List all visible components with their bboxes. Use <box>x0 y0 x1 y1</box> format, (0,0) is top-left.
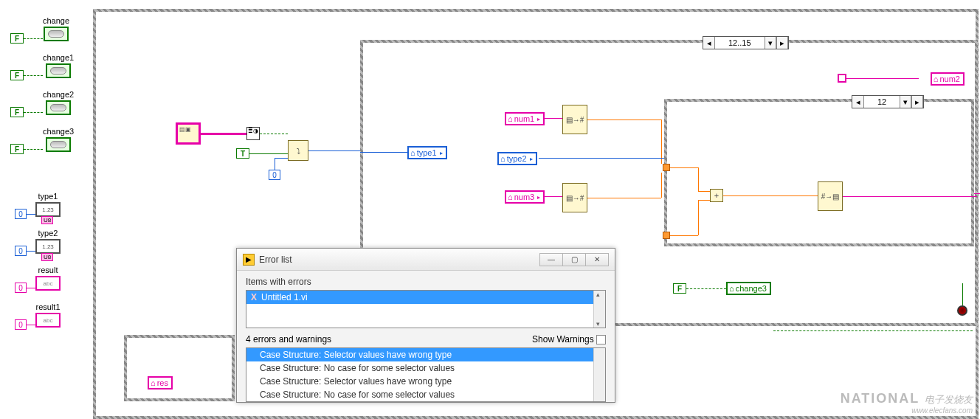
case-structure-small[interactable]: res <box>124 335 235 401</box>
local-type1[interactable]: type1 <box>407 146 447 159</box>
const-F[interactable]: F <box>10 107 24 117</box>
wire <box>698 191 710 192</box>
local-label: type2 <box>507 154 527 163</box>
scan-node[interactable]: ≣◑ <box>246 127 260 140</box>
wire <box>27 251 35 252</box>
list-item[interactable]: X Untitled 1.vi <box>246 291 605 304</box>
close-button[interactable]: ✕ <box>585 253 609 266</box>
ctrl-label: change2 <box>43 90 74 99</box>
local-num1[interactable]: num1 <box>505 112 545 125</box>
format-node[interactable]: #→▤ <box>818 181 843 211</box>
scan-fn-1[interactable]: ▤→# <box>562 105 587 134</box>
terminal-str[interactable] <box>35 276 61 291</box>
case-value: 12..15 <box>715 38 765 47</box>
show-warnings-checkbox[interactable] <box>596 335 606 344</box>
wire <box>846 78 919 79</box>
local-change3[interactable]: change3 <box>726 282 771 295</box>
wire <box>698 200 699 235</box>
ctrl-change1[interactable]: change1 <box>43 53 74 78</box>
wire <box>24 38 43 39</box>
wire <box>27 214 35 215</box>
const-zero[interactable]: 0 <box>15 283 27 293</box>
case-selector-inner[interactable]: ◂ 12 ▾ ▸ <box>852 95 924 108</box>
const-zero[interactable]: 0 <box>15 209 27 219</box>
wire <box>249 153 288 154</box>
titlebar[interactable]: ▶ Error list — ▢ ✕ <box>237 249 615 271</box>
wire <box>670 167 698 168</box>
wire <box>723 195 818 196</box>
wire <box>27 325 35 325</box>
wire <box>698 167 699 191</box>
items-listbox[interactable]: X Untitled 1.vi <box>246 290 606 328</box>
tunnel <box>663 164 670 171</box>
local-label: num3 <box>514 193 535 201</box>
ctrl-result[interactable]: result <box>35 266 61 291</box>
list-item[interactable]: Case Structure: Selector values have wro… <box>246 348 605 361</box>
case-next-icon[interactable]: ▸ <box>776 37 788 49</box>
add-node[interactable] <box>710 189 723 202</box>
ctrl-label: change <box>43 16 69 25</box>
window-title: Error list <box>259 254 536 265</box>
labview-block-diagram[interactable]: change F change1 F change2 F change3 F t… <box>0 0 980 419</box>
ctrl-label: change3 <box>43 127 74 136</box>
scrollbar[interactable] <box>593 348 605 401</box>
scan-fn-2[interactable]: ▤→# <box>562 183 587 212</box>
case-structure-inner[interactable]: ◂ 12 ▾ ▸ #→▤ <box>664 99 974 246</box>
const-zero[interactable]: 0 <box>15 246 27 256</box>
const-zero[interactable]: 0 <box>269 170 280 180</box>
case-dropdown-icon[interactable]: ▾ <box>900 96 911 108</box>
wire <box>275 158 288 159</box>
terminal-bool[interactable] <box>46 100 71 115</box>
terminal-str[interactable] <box>35 313 61 328</box>
string-const[interactable] <box>838 74 846 83</box>
wire <box>275 158 275 170</box>
terminal-num[interactable]: U8 <box>35 202 61 217</box>
wire <box>587 198 661 198</box>
list-item[interactable]: Case Structure: Selector values have wro… <box>246 375 605 388</box>
const-F[interactable]: F <box>673 283 686 294</box>
const-T[interactable]: T <box>236 148 249 159</box>
const-zero[interactable]: 0 <box>15 319 27 330</box>
const-F[interactable]: F <box>10 144 24 154</box>
const-F[interactable]: F <box>10 33 24 44</box>
ctrl-change[interactable]: change <box>43 16 69 41</box>
ctrl-change3[interactable]: change3 <box>43 127 74 152</box>
item-label: Untitled 1.vi <box>261 292 308 302</box>
case-dropdown-icon[interactable]: ▾ <box>765 37 776 49</box>
details-listbox[interactable]: Case Structure: Selector values have wro… <box>246 347 606 402</box>
wire <box>543 196 562 197</box>
unflatten-node[interactable]: ⤵ <box>288 140 308 161</box>
local-res[interactable]: res <box>148 376 173 389</box>
ctrl-label: type1 <box>38 192 58 201</box>
terminal-bool[interactable] <box>46 63 71 78</box>
ctrl-type2[interactable]: type2 U8 <box>35 229 61 254</box>
minimize-button[interactable]: — <box>539 253 563 266</box>
const-F[interactable]: F <box>10 70 24 80</box>
ctrl-result1[interactable]: result1 <box>35 302 61 328</box>
error-list-window[interactable]: ▶ Error list — ▢ ✕ Items with errors X U… <box>236 248 615 403</box>
case-prev-icon[interactable]: ◂ <box>852 96 864 108</box>
terminal-bool[interactable] <box>46 137 71 152</box>
list-item[interactable]: Case Structure: No case for some selecto… <box>246 361 605 375</box>
local-num2[interactable]: num2 <box>931 72 965 86</box>
terminal-num[interactable]: U8 <box>35 239 61 254</box>
wire <box>843 196 977 197</box>
list-item[interactable]: Case Structure: No case for some selecto… <box>246 388 605 401</box>
case-next-icon[interactable]: ▸ <box>911 96 923 108</box>
wire <box>539 158 664 159</box>
section-errors-count: 4 errors and warnings <box>246 334 331 344</box>
stop-led[interactable] <box>957 305 967 316</box>
local-type2[interactable]: type2 <box>497 152 537 165</box>
terminal-bool[interactable] <box>44 27 69 41</box>
ctrl-type1[interactable]: type1 U8 <box>35 192 61 217</box>
local-label: change3 <box>736 284 767 293</box>
case-prev-icon[interactable]: ◂ <box>703 37 715 49</box>
maximize-button[interactable]: ▢ <box>562 253 586 266</box>
visa-node[interactable]: ▤▣ <box>176 122 201 145</box>
case-selector-outer[interactable]: ◂ 12..15 ▾ ▸ <box>703 36 789 49</box>
ctrl-change2[interactable]: change2 <box>43 90 74 115</box>
local-num3[interactable]: num3 <box>505 190 545 204</box>
scrollbar[interactable] <box>593 291 605 328</box>
watermark: NATIONAL 电子发烧友 www.elecfans.com <box>841 391 973 415</box>
ctrl-label: result <box>38 266 58 274</box>
